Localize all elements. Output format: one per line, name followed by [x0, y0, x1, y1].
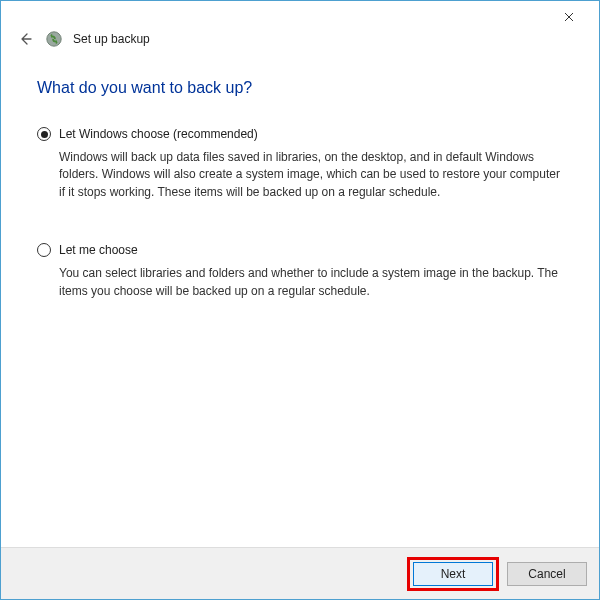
content-area: What do you want to back up? Let Windows…: [1, 55, 599, 547]
wizard-title: Set up backup: [73, 32, 150, 46]
option-description: You can select libraries and folders and…: [59, 265, 563, 300]
option-label: Let Windows choose (recommended): [59, 127, 258, 141]
page-heading: What do you want to back up?: [37, 79, 563, 97]
radio-icon: [37, 127, 51, 141]
option-description: Windows will back up data files saved in…: [59, 149, 563, 201]
back-button[interactable]: [15, 29, 35, 49]
radio-let-me-choose[interactable]: Let me choose: [37, 243, 563, 257]
close-icon: [564, 9, 574, 25]
radio-let-windows-choose[interactable]: Let Windows choose (recommended): [37, 127, 563, 141]
wizard-header: Set up backup: [1, 1, 599, 55]
highlight-next: Next: [407, 557, 499, 591]
next-button[interactable]: Next: [413, 562, 493, 586]
cancel-button[interactable]: Cancel: [507, 562, 587, 586]
back-arrow-icon: [17, 31, 33, 47]
wizard-window: Set up backup What do you want to back u…: [0, 0, 600, 600]
footer-bar: Next Cancel: [1, 547, 599, 599]
radio-icon: [37, 243, 51, 257]
option-let-windows-choose: Let Windows choose (recommended) Windows…: [37, 127, 563, 201]
close-button[interactable]: [549, 5, 589, 29]
option-let-me-choose: Let me choose You can select libraries a…: [37, 243, 563, 300]
option-label: Let me choose: [59, 243, 138, 257]
backup-icon: [45, 30, 63, 48]
